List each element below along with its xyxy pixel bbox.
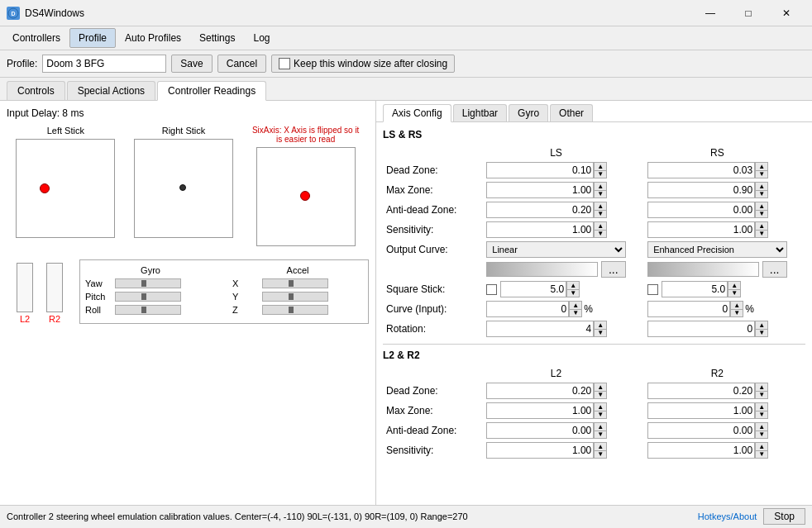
r2-sensitivity-input[interactable] xyxy=(647,442,755,459)
ls-dots-button[interactable]: ... xyxy=(601,261,626,278)
ls-dead-zone-down[interactable]: ▼ xyxy=(594,170,607,178)
save-button[interactable]: Save xyxy=(171,55,212,73)
gyro-roll-slider[interactable] xyxy=(115,305,181,315)
close-button[interactable]: ✕ xyxy=(767,0,805,26)
ls-anti-dead-zone-up[interactable]: ▲ xyxy=(594,202,607,210)
rs-sensitivity-input[interactable] xyxy=(647,221,755,238)
rs-max-zone-input[interactable] xyxy=(647,182,755,198)
l2-max-zone-down[interactable]: ▼ xyxy=(594,411,607,419)
rs-curve-input[interactable] xyxy=(647,301,730,317)
r2-sensitivity-down[interactable]: ▼ xyxy=(755,450,768,459)
axis-tab-other[interactable]: Other xyxy=(550,104,593,121)
cancel-button[interactable]: Cancel xyxy=(217,55,266,73)
ls-anti-dead-zone-down[interactable]: ▼ xyxy=(594,210,607,218)
keep-size-button[interactable]: Keep this window size after closing xyxy=(271,55,455,73)
rs-dead-zone-input[interactable] xyxy=(647,162,755,178)
ls-max-zone-input[interactable] xyxy=(486,182,594,198)
l2-sensitivity-up[interactable]: ▲ xyxy=(594,442,607,450)
rs-anti-dead-zone-input[interactable] xyxy=(647,202,755,218)
r2-max-zone-input[interactable] xyxy=(647,402,755,419)
rs-dead-zone-down[interactable]: ▼ xyxy=(755,170,768,178)
menu-log[interactable]: Log xyxy=(244,28,279,48)
gyro-pitch-slider[interactable] xyxy=(115,292,181,302)
stop-button[interactable]: Stop xyxy=(763,508,805,525)
tab-controls[interactable]: Controls xyxy=(7,81,65,100)
rs-curve-down[interactable]: ▼ xyxy=(730,309,743,317)
rs-max-zone-up[interactable]: ▲ xyxy=(755,182,768,190)
ls-curve-down[interactable]: ▼ xyxy=(569,309,582,317)
tab-controller-readings[interactable]: Controller Readings xyxy=(157,81,266,101)
l2-dead-zone-down[interactable]: ▼ xyxy=(594,391,607,399)
rs-rotation-up[interactable]: ▲ xyxy=(755,321,768,329)
ls-anti-dead-zone-input[interactable] xyxy=(486,202,594,218)
r2-anti-dead-zone-down[interactable]: ▼ xyxy=(755,430,768,439)
rs-curve-up[interactable]: ▲ xyxy=(730,301,743,309)
rs-square-stick-checkbox[interactable] xyxy=(647,284,658,295)
menu-profile[interactable]: Profile xyxy=(69,28,116,48)
r2-anti-dead-zone-input[interactable] xyxy=(647,422,755,439)
rs-rotation-input[interactable] xyxy=(647,321,755,337)
l2-sensitivity-down[interactable]: ▼ xyxy=(594,450,607,459)
ls-square-stick-checkbox[interactable] xyxy=(486,284,497,295)
hotkeys-about-link[interactable]: Hotkeys/About xyxy=(698,511,757,521)
rs-output-curve-select[interactable]: Linear Enhanced Precision Quadratic Cubi… xyxy=(647,241,786,258)
tab-special-actions[interactable]: Special Actions xyxy=(67,81,155,100)
ls-sensitivity-up[interactable]: ▲ xyxy=(594,221,607,230)
keep-size-checkbox[interactable] xyxy=(279,58,290,69)
rs-max-zone-down[interactable]: ▼ xyxy=(755,190,768,198)
ls-max-zone-down[interactable]: ▼ xyxy=(594,190,607,198)
ls-dead-zone-input[interactable] xyxy=(486,162,594,178)
ls-sensitivity-down[interactable]: ▼ xyxy=(594,230,607,238)
r2-max-zone-down[interactable]: ▼ xyxy=(755,411,768,419)
ls-sensitivity-input[interactable] xyxy=(486,221,594,238)
rs-dots-button[interactable]: ... xyxy=(762,261,787,278)
menu-controllers[interactable]: Controllers xyxy=(3,28,69,48)
rs-sensitivity-down[interactable]: ▼ xyxy=(755,230,768,238)
l2-max-zone-up[interactable]: ▲ xyxy=(594,402,607,411)
ls-rotation-input[interactable] xyxy=(486,321,594,337)
rs-anti-dead-zone-down[interactable]: ▼ xyxy=(755,210,768,218)
rs-sensitivity-up[interactable]: ▲ xyxy=(755,221,768,230)
gyro-yaw-slider[interactable] xyxy=(115,278,181,288)
ls-rotation-down[interactable]: ▼ xyxy=(594,329,607,337)
minimize-button[interactable]: — xyxy=(691,0,729,26)
ls-curve-input[interactable] xyxy=(486,301,569,317)
ls-square-stick-input[interactable] xyxy=(500,281,566,297)
r2-dead-zone-input[interactable] xyxy=(647,383,755,399)
rs-dead-zone-up[interactable]: ▲ xyxy=(755,162,768,170)
axis-tab-gyro[interactable]: Gyro xyxy=(509,104,548,121)
rs-square-stick-down[interactable]: ▼ xyxy=(728,289,741,297)
r2-anti-dead-zone-up[interactable]: ▲ xyxy=(755,422,768,430)
profile-input[interactable] xyxy=(42,55,166,73)
r2-dead-zone-down[interactable]: ▼ xyxy=(755,391,768,399)
axis-tab-config[interactable]: Axis Config xyxy=(383,104,451,122)
menu-auto-profiles[interactable]: Auto Profiles xyxy=(116,28,190,48)
axis-tab-lightbar[interactable]: Lightbar xyxy=(453,104,507,121)
ls-rotation-up[interactable]: ▲ xyxy=(594,321,607,329)
r2-sensitivity-up[interactable]: ▲ xyxy=(755,442,768,450)
accel-y-slider[interactable] xyxy=(262,292,328,302)
rs-square-stick-up[interactable]: ▲ xyxy=(728,281,741,289)
r2-dead-zone-up[interactable]: ▲ xyxy=(755,383,768,391)
maximize-button[interactable]: □ xyxy=(729,0,767,26)
l2-dead-zone-input[interactable] xyxy=(486,383,594,399)
ls-square-stick-up[interactable]: ▲ xyxy=(566,281,580,289)
accel-x-slider[interactable] xyxy=(262,278,328,288)
l2-anti-dead-zone-input[interactable] xyxy=(486,422,594,439)
ls-dead-zone-up[interactable]: ▲ xyxy=(594,162,607,170)
l2-anti-dead-zone-down[interactable]: ▼ xyxy=(594,430,607,439)
r2-max-zone-up[interactable]: ▲ xyxy=(755,402,768,411)
rs-square-stick-input[interactable] xyxy=(662,281,728,297)
ls-square-stick-down[interactable]: ▼ xyxy=(566,289,580,297)
ls-curve-up[interactable]: ▲ xyxy=(569,301,582,309)
rs-rotation-down[interactable]: ▼ xyxy=(755,329,768,337)
l2-dead-zone-up[interactable]: ▲ xyxy=(594,383,607,391)
menu-settings[interactable]: Settings xyxy=(190,28,244,48)
rs-anti-dead-zone-up[interactable]: ▲ xyxy=(755,202,768,210)
l2-max-zone-input[interactable] xyxy=(486,402,594,419)
ls-output-curve-select[interactable]: Linear Enhanced Precision Quadratic Cubi… xyxy=(486,241,625,258)
accel-z-slider[interactable] xyxy=(262,305,328,315)
ls-max-zone-up[interactable]: ▲ xyxy=(594,182,607,190)
l2-sensitivity-input[interactable] xyxy=(486,442,594,459)
l2-anti-dead-zone-up[interactable]: ▲ xyxy=(594,422,607,430)
